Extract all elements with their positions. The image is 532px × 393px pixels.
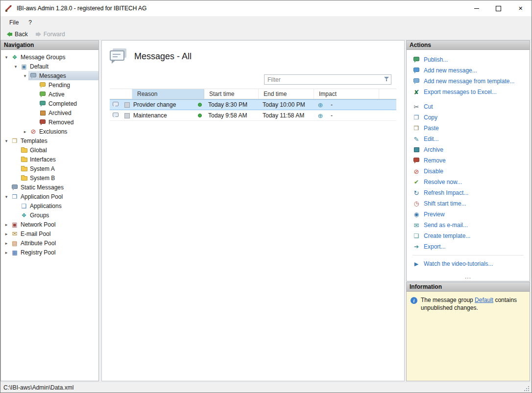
filter-funnel-icon[interactable]: [384, 77, 389, 81]
message-row-maintenance[interactable]: MaintenanceToday 9:58 AMToday 11:58 AM⊕-: [110, 110, 396, 121]
tree-item-removed[interactable]: Removed: [1, 117, 98, 127]
resize-grip[interactable]: [524, 385, 530, 391]
publish-action[interactable]: Publish...: [412, 54, 530, 65]
chevron-down-icon[interactable]: ▾: [3, 194, 10, 199]
main-header: Messages - All: [102, 41, 404, 68]
tree-item-applications[interactable]: ❑Applications: [1, 201, 98, 210]
add-message-template-icon: [412, 78, 420, 85]
tree-item-groups[interactable]: ❖Groups: [1, 210, 98, 220]
tree-item-e-mail-pool[interactable]: ▸✉E-mail Pool: [1, 229, 98, 238]
impact-icon-cell: ⊕: [314, 111, 327, 120]
column-header-reason[interactable]: Reason: [132, 89, 204, 99]
tree-item-global[interactable]: Global: [1, 145, 98, 155]
chevron-right-icon[interactable]: ▸: [3, 222, 10, 227]
remove-action[interactable]: Remove: [412, 155, 530, 166]
export-excel-icon: ✘: [412, 89, 420, 95]
column-header-start-time[interactable]: Start time: [204, 89, 259, 99]
tree-item-pending[interactable]: Pending: [1, 80, 98, 90]
chevron-down-icon[interactable]: ▾: [3, 139, 10, 143]
tree-item-completed[interactable]: Completed: [1, 99, 98, 108]
chevron-down-icon[interactable]: ▾: [12, 64, 19, 69]
column-header-impact[interactable]: Impact: [314, 89, 379, 99]
information-message-before: The message group: [421, 297, 475, 303]
resolve-now-action[interactable]: ✔Resolve now...: [412, 177, 530, 187]
message-row-provider-change[interactable]: Provider changeToday 8:30 PMToday 10:00 …: [110, 99, 396, 110]
menu-file[interactable]: File: [4, 17, 24, 28]
back-button[interactable]: Back: [3, 30, 31, 39]
tree-item-default[interactable]: ▾▣Default: [1, 62, 98, 71]
forward-label: Forward: [44, 31, 65, 38]
tree-item-exclusions[interactable]: ▸⊘Exclusions: [1, 127, 98, 136]
chevron-right-icon[interactable]: ▸: [3, 231, 10, 236]
add-new-message-from-template-action[interactable]: Add new message from template...: [412, 76, 530, 87]
impact-icon-cell: ⊕: [314, 100, 327, 110]
row-message-icon: [112, 112, 120, 119]
cut-icon: ✂: [412, 103, 420, 110]
tree-item-network-pool[interactable]: ▸▣Network Pool: [1, 220, 98, 229]
tree-item-system-a[interactable]: System A: [1, 164, 98, 173]
tree-item-system-b[interactable]: System B: [1, 173, 98, 183]
preview-action[interactable]: ◉Preview: [412, 209, 530, 220]
content-area: Navigation ▾❖Message Groups▾▣Default▾Mes…: [0, 40, 532, 382]
export-action[interactable]: ➔Export...: [412, 241, 530, 252]
tree-item-application-pool[interactable]: ▾❒Application Pool: [1, 192, 98, 201]
tree-item-active[interactable]: Active: [1, 90, 98, 99]
chevron-down-icon[interactable]: ▾: [3, 55, 10, 60]
actions-overflow-indicator[interactable]: ...: [407, 273, 530, 281]
resolve-icon: ✔: [412, 179, 420, 185]
tree-item-archived[interactable]: Archived: [1, 108, 98, 117]
tree-item-templates[interactable]: ▾❐Templates: [1, 136, 98, 145]
column-header-end-time[interactable]: End time: [259, 89, 314, 99]
tree-item-registry-pool[interactable]: ▸▦Registry Pool: [1, 248, 98, 257]
add-new-message-action[interactable]: Add new message...: [412, 65, 530, 76]
forward-button[interactable]: Forward: [32, 30, 69, 39]
paste-action[interactable]: ❒Paste: [412, 123, 530, 134]
tree-item-label: Application Pool: [21, 193, 63, 200]
create-template-action[interactable]: ❏Create template...: [412, 231, 530, 241]
edit-action[interactable]: ✎Edit...: [412, 134, 530, 144]
tree-item-static-messages[interactable]: Static Messages: [1, 183, 98, 192]
publish-icon: [412, 56, 420, 63]
action-label: Add new message...: [424, 67, 477, 74]
disable-action[interactable]: ⊘Disable: [412, 166, 530, 177]
info-icon: i: [411, 297, 417, 304]
tree-item-messages[interactable]: ▾Messages: [1, 71, 98, 80]
default-group-link[interactable]: Default: [475, 297, 493, 303]
app-window: IBI-aws Admin 1.28.0 - registered for IB…: [0, 0, 532, 393]
tree-item-interfaces[interactable]: Interfaces: [1, 155, 98, 164]
action-group-2: ▶Watch the video-tutorials...: [412, 255, 524, 269]
export-messages-to-excel-action[interactable]: ✘Export messages to Excel...: [412, 87, 530, 97]
tree-item-message-groups[interactable]: ▾❖Message Groups: [1, 52, 98, 62]
chevron-right-icon[interactable]: ▸: [3, 250, 10, 255]
filler-cell: [379, 100, 396, 110]
close-button[interactable]: [509, 0, 532, 16]
send-as-e-mail-action[interactable]: ✉Send as e-mail...: [412, 220, 530, 231]
shift-start-time-action[interactable]: ◷Shift start time...: [412, 198, 530, 209]
filter-input[interactable]: [264, 74, 391, 85]
cut-action[interactable]: ✂Cut: [412, 101, 530, 112]
filler-cell: [379, 111, 396, 120]
minimize-button[interactable]: [465, 0, 487, 16]
column-header-icons[interactable]: [110, 89, 132, 99]
tree-item-label: Messages: [39, 72, 66, 79]
action-label: Resolve now...: [424, 179, 462, 185]
row-type-cell: [110, 111, 121, 120]
chevron-down-icon[interactable]: ▾: [22, 73, 28, 78]
messages-table: Reason Start time End time Impact Provid…: [110, 89, 396, 121]
chevron-right-icon[interactable]: ▸: [3, 241, 10, 246]
watch-the-video-tutorials-action[interactable]: ▶Watch the video-tutorials...: [412, 258, 524, 269]
tree-item-label: Message Groups: [21, 54, 65, 61]
chevron-right-icon[interactable]: ▸: [22, 129, 28, 134]
refresh-impact-action[interactable]: ↻Refresh Impact...: [412, 187, 530, 198]
tree-item-attribute-pool[interactable]: ▸▤Attribute Pool: [1, 238, 98, 248]
action-label: Archive: [424, 146, 443, 153]
action-label: Export messages to Excel...: [424, 89, 497, 95]
main-panel: Messages - All Reason Start time End tim…: [101, 40, 405, 381]
maximize-button[interactable]: [487, 0, 509, 16]
menu-help[interactable]: ?: [24, 17, 37, 28]
messages-icon: [29, 72, 37, 79]
tree-item-label: Global: [30, 147, 47, 154]
archive-action[interactable]: Archive: [412, 144, 530, 155]
copy-action[interactable]: ❐Copy: [412, 112, 530, 123]
create-template-icon: ❏: [412, 232, 420, 239]
